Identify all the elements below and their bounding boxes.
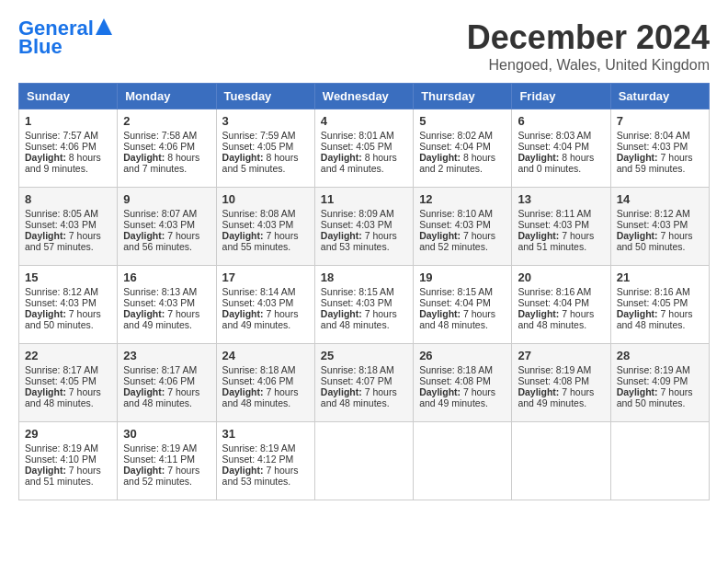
calendar-cell: 20Sunrise: 8:16 AMSunset: 4:04 PMDayligh… xyxy=(512,266,610,344)
day-info-line: Sunset: 4:03 PM xyxy=(123,297,210,308)
day-info-line: Sunrise: 8:11 AM xyxy=(518,208,604,219)
day-info-line: Sunrise: 8:16 AM xyxy=(518,286,604,297)
daylight-label: Daylight: xyxy=(222,465,267,476)
daylight-label: Daylight: xyxy=(123,230,167,241)
calendar-week-row: 22Sunrise: 8:17 AMSunset: 4:05 PMDayligh… xyxy=(19,344,710,422)
day-number: 27 xyxy=(518,349,604,362)
day-info-line: Daylight: 8 hours and 4 minutes. xyxy=(321,152,407,174)
day-info-line: Sunrise: 8:03 AM xyxy=(518,130,604,141)
calendar-cell: 21Sunrise: 8:16 AMSunset: 4:05 PMDayligh… xyxy=(610,266,709,344)
day-of-week-header: Friday xyxy=(512,84,610,109)
day-info-line: Sunset: 4:10 PM xyxy=(25,454,111,465)
day-info-line: Daylight: 7 hours and 48 minutes. xyxy=(321,386,407,408)
day-info-line: Sunrise: 7:59 AM xyxy=(222,130,309,141)
calendar-cell: 17Sunrise: 8:14 AMSunset: 4:03 PMDayligh… xyxy=(216,266,314,344)
day-number: 19 xyxy=(419,270,506,284)
day-number: 5 xyxy=(419,114,506,128)
day-info-line: Sunrise: 8:14 AM xyxy=(222,286,309,297)
calendar-cell: 6Sunrise: 8:03 AMSunset: 4:04 PMDaylight… xyxy=(512,109,610,188)
daylight-label: Daylight: xyxy=(518,152,562,163)
day-info-line: Daylight: 7 hours and 49 minutes. xyxy=(123,308,210,330)
day-info-line: Daylight: 7 hours and 48 minutes. xyxy=(419,308,506,330)
daylight-label: Daylight: xyxy=(25,308,69,319)
day-info-line: Sunrise: 8:18 AM xyxy=(222,364,309,375)
calendar-cell: 28Sunrise: 8:19 AMSunset: 4:09 PMDayligh… xyxy=(610,344,709,422)
day-info-line: Sunset: 4:03 PM xyxy=(321,219,407,230)
day-info-line: Daylight: 7 hours and 56 minutes. xyxy=(123,230,210,252)
day-info-line: Daylight: 7 hours and 49 minutes. xyxy=(518,386,604,408)
day-info-line: Sunset: 4:05 PM xyxy=(25,375,111,386)
day-info-line: Daylight: 7 hours and 48 minutes. xyxy=(25,386,111,408)
day-info-line: Sunset: 4:03 PM xyxy=(617,141,703,152)
day-info-line: Daylight: 7 hours and 48 minutes. xyxy=(222,386,309,408)
day-info-line: Sunset: 4:05 PM xyxy=(617,297,703,308)
calendar-week-row: 1Sunrise: 7:57 AMSunset: 4:06 PMDaylight… xyxy=(19,109,710,188)
daylight-label: Daylight: xyxy=(518,230,562,241)
day-info-line: Daylight: 7 hours and 52 minutes. xyxy=(419,230,506,252)
day-info-line: Sunrise: 8:15 AM xyxy=(419,286,506,297)
day-info-line: Sunrise: 8:09 AM xyxy=(321,208,407,219)
daylight-label: Daylight: xyxy=(321,230,365,241)
calendar-cell: 16Sunrise: 8:13 AMSunset: 4:03 PMDayligh… xyxy=(118,266,216,344)
day-info-line: Sunset: 4:03 PM xyxy=(222,297,309,308)
day-info-line: Sunrise: 8:15 AM xyxy=(321,286,407,297)
day-info-line: Sunset: 4:05 PM xyxy=(222,141,309,152)
calendar-cell: 3Sunrise: 7:59 AMSunset: 4:05 PMDaylight… xyxy=(216,109,314,188)
daylight-label: Daylight: xyxy=(25,152,69,163)
day-info-line: Daylight: 7 hours and 53 minutes. xyxy=(321,230,407,252)
day-info-line: Daylight: 7 hours and 55 minutes. xyxy=(222,230,309,252)
daylight-label: Daylight: xyxy=(419,230,463,241)
daylight-label: Daylight: xyxy=(25,386,69,397)
calendar-cell: 10Sunrise: 8:08 AMSunset: 4:03 PMDayligh… xyxy=(216,188,314,266)
day-of-week-header: Sunday xyxy=(19,84,118,109)
day-info-line: Sunrise: 8:17 AM xyxy=(25,364,111,375)
day-number: 23 xyxy=(123,349,210,362)
day-info-line: Sunrise: 8:02 AM xyxy=(419,130,506,141)
daylight-label: Daylight: xyxy=(222,308,267,319)
calendar-cell: 11Sunrise: 8:09 AMSunset: 4:03 PMDayligh… xyxy=(314,188,413,266)
day-info-line: Daylight: 8 hours and 9 minutes. xyxy=(25,152,111,174)
day-number: 3 xyxy=(222,114,309,128)
day-info-line: Sunrise: 8:18 AM xyxy=(419,364,506,375)
main-title: December 2024 xyxy=(467,18,710,57)
day-info-line: Sunrise: 8:19 AM xyxy=(222,442,309,454)
daylight-label: Daylight: xyxy=(222,230,267,241)
day-info-line: Daylight: 7 hours and 49 minutes. xyxy=(419,386,506,408)
day-info-line: Sunset: 4:03 PM xyxy=(617,219,703,230)
daylight-label: Daylight: xyxy=(617,152,661,163)
day-info-line: Sunset: 4:08 PM xyxy=(419,375,506,386)
day-number: 29 xyxy=(25,427,111,441)
day-of-week-header: Thursday xyxy=(414,84,512,109)
day-number: 6 xyxy=(518,114,604,128)
day-number: 22 xyxy=(25,349,111,362)
day-info-line: Sunrise: 7:58 AM xyxy=(123,130,210,141)
day-info-line: Sunrise: 8:12 AM xyxy=(617,208,703,219)
calendar-cell: 24Sunrise: 8:18 AMSunset: 4:06 PMDayligh… xyxy=(216,344,314,422)
day-info-line: Daylight: 7 hours and 50 minutes. xyxy=(25,308,111,330)
day-number: 13 xyxy=(518,192,604,206)
day-number: 16 xyxy=(123,270,210,284)
logo-icon xyxy=(96,18,112,35)
day-number: 10 xyxy=(222,192,309,206)
calendar-body: 1Sunrise: 7:57 AMSunset: 4:06 PMDaylight… xyxy=(19,109,710,500)
daylight-label: Daylight: xyxy=(123,465,167,476)
day-info-line: Sunset: 4:04 PM xyxy=(518,297,604,308)
calendar-cell xyxy=(414,422,512,500)
day-number: 8 xyxy=(25,192,111,206)
day-number: 25 xyxy=(321,349,407,362)
calendar-cell: 19Sunrise: 8:15 AMSunset: 4:04 PMDayligh… xyxy=(414,266,512,344)
day-info-line: Sunrise: 8:12 AM xyxy=(25,286,111,297)
day-info-line: Daylight: 7 hours and 51 minutes. xyxy=(518,230,604,252)
daylight-label: Daylight: xyxy=(518,308,562,319)
day-number: 18 xyxy=(321,270,407,284)
day-info-line: Sunrise: 8:05 AM xyxy=(25,208,111,219)
day-info-line: Sunset: 4:11 PM xyxy=(123,454,210,465)
day-number: 11 xyxy=(321,192,407,206)
calendar-cell: 23Sunrise: 8:17 AMSunset: 4:06 PMDayligh… xyxy=(118,344,216,422)
day-info-line: Daylight: 7 hours and 48 minutes. xyxy=(123,386,210,408)
day-info-line: Sunrise: 7:57 AM xyxy=(25,130,111,141)
calendar-cell: 29Sunrise: 8:19 AMSunset: 4:10 PMDayligh… xyxy=(19,422,118,500)
logo: General Blue xyxy=(18,18,112,59)
calendar-cell: 30Sunrise: 8:19 AMSunset: 4:11 PMDayligh… xyxy=(118,422,216,500)
calendar-cell: 22Sunrise: 8:17 AMSunset: 4:05 PMDayligh… xyxy=(19,344,118,422)
